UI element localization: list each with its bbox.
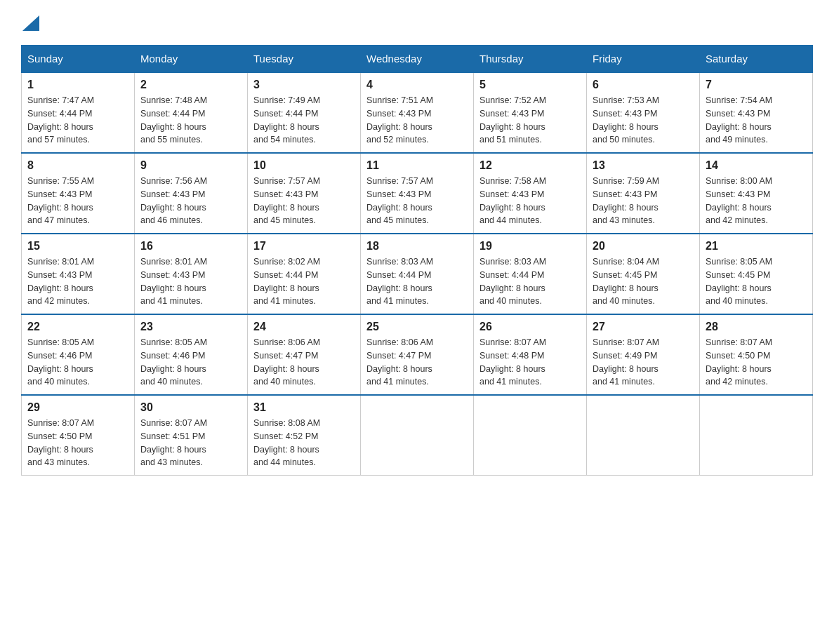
logo-triangle-icon [22,15,39,31]
day-info: Sunrise: 8:07 AM Sunset: 4:50 PM Dayligh… [27,417,128,469]
day-info: Sunrise: 7:55 AM Sunset: 4:43 PM Dayligh… [27,175,128,227]
day-number: 15 [27,240,128,253]
day-of-week-header: Monday [135,46,248,73]
day-info: Sunrise: 7:56 AM Sunset: 4:43 PM Dayligh… [140,175,241,227]
calendar-cell: 14 Sunrise: 8:00 AM Sunset: 4:43 PM Dayl… [700,153,813,234]
day-number: 18 [366,240,468,253]
calendar-cell: 23 Sunrise: 8:05 AM Sunset: 4:46 PM Dayl… [135,314,248,395]
calendar-cell: 26 Sunrise: 8:07 AM Sunset: 4:48 PM Dayl… [474,314,587,395]
calendar-cell: 27 Sunrise: 8:07 AM Sunset: 4:49 PM Dayl… [587,314,700,395]
calendar-cell: 3 Sunrise: 7:49 AM Sunset: 4:44 PM Dayli… [248,72,361,153]
day-info: Sunrise: 7:49 AM Sunset: 4:44 PM Dayligh… [253,94,355,147]
calendar-cell: 29 Sunrise: 8:07 AM Sunset: 4:50 PM Dayl… [22,395,135,476]
calendar-cell: 2 Sunrise: 7:48 AM Sunset: 4:44 PM Dayli… [135,72,248,153]
calendar-cell: 17 Sunrise: 8:02 AM Sunset: 4:44 PM Dayl… [248,234,361,314]
calendar-cell [587,395,700,476]
day-info: Sunrise: 8:03 AM Sunset: 4:44 PM Dayligh… [479,255,581,308]
day-info: Sunrise: 7:47 AM Sunset: 4:44 PM Dayligh… [27,94,128,147]
day-info: Sunrise: 7:58 AM Sunset: 4:43 PM Dayligh… [479,175,581,227]
day-of-week-header: Saturday [700,46,813,73]
day-number: 28 [706,321,807,333]
day-number: 24 [253,321,355,333]
calendar-cell: 8 Sunrise: 7:55 AM Sunset: 4:43 PM Dayli… [22,153,135,234]
day-number: 30 [140,401,241,414]
day-of-week-header: Tuesday [248,46,361,73]
day-info: Sunrise: 7:48 AM Sunset: 4:44 PM Dayligh… [140,94,241,147]
calendar-cell: 5 Sunrise: 7:52 AM Sunset: 4:43 PM Dayli… [474,72,587,153]
day-number: 9 [140,159,241,172]
day-number: 12 [479,159,581,172]
day-number: 10 [253,159,355,172]
day-info: Sunrise: 8:07 AM Sunset: 4:50 PM Dayligh… [706,336,807,389]
day-info: Sunrise: 7:51 AM Sunset: 4:43 PM Dayligh… [366,94,468,147]
calendar-cell: 25 Sunrise: 8:06 AM Sunset: 4:47 PM Dayl… [361,314,474,395]
calendar-cell: 9 Sunrise: 7:56 AM Sunset: 4:43 PM Dayli… [135,153,248,234]
day-number: 31 [253,401,355,414]
day-info: Sunrise: 8:05 AM Sunset: 4:45 PM Dayligh… [706,255,807,308]
day-of-week-header: Sunday [22,46,135,73]
day-info: Sunrise: 8:03 AM Sunset: 4:44 PM Dayligh… [366,255,468,308]
day-info: Sunrise: 8:07 AM Sunset: 4:48 PM Dayligh… [479,336,581,389]
day-info: Sunrise: 7:52 AM Sunset: 4:43 PM Dayligh… [479,94,581,147]
day-info: Sunrise: 8:08 AM Sunset: 4:52 PM Dayligh… [253,417,355,469]
calendar-cell [361,395,474,476]
day-number: 8 [27,159,128,172]
day-number: 13 [593,159,694,172]
calendar-cell: 1 Sunrise: 7:47 AM Sunset: 4:44 PM Dayli… [22,72,135,153]
calendar-cell: 7 Sunrise: 7:54 AM Sunset: 4:43 PM Dayli… [700,72,813,153]
calendar-cell: 31 Sunrise: 8:08 AM Sunset: 4:52 PM Dayl… [248,395,361,476]
day-number: 20 [593,240,694,253]
page-header [21,14,813,31]
calendar-cell [700,395,813,476]
day-info: Sunrise: 7:57 AM Sunset: 4:43 PM Dayligh… [366,175,468,227]
day-number: 22 [27,321,128,333]
day-info: Sunrise: 8:01 AM Sunset: 4:43 PM Dayligh… [140,255,241,308]
day-info: Sunrise: 8:04 AM Sunset: 4:45 PM Dayligh… [593,255,694,308]
day-number: 6 [593,79,694,91]
logo-text [21,14,41,31]
calendar-header-row: SundayMondayTuesdayWednesdayThursdayFrid… [22,46,813,73]
day-number: 16 [140,240,241,253]
calendar-week-row: 8 Sunrise: 7:55 AM Sunset: 4:43 PM Dayli… [22,153,813,234]
day-number: 11 [366,159,468,172]
day-info: Sunrise: 8:07 AM Sunset: 4:51 PM Dayligh… [140,417,241,469]
calendar-cell: 16 Sunrise: 8:01 AM Sunset: 4:43 PM Dayl… [135,234,248,314]
day-info: Sunrise: 7:53 AM Sunset: 4:43 PM Dayligh… [593,94,694,147]
calendar-cell: 22 Sunrise: 8:05 AM Sunset: 4:46 PM Dayl… [22,314,135,395]
svg-marker-0 [22,15,39,31]
day-number: 7 [706,79,807,91]
day-number: 19 [479,240,581,253]
day-info: Sunrise: 8:06 AM Sunset: 4:47 PM Dayligh… [253,336,355,389]
day-info: Sunrise: 7:59 AM Sunset: 4:43 PM Dayligh… [593,175,694,227]
calendar-cell: 10 Sunrise: 7:57 AM Sunset: 4:43 PM Dayl… [248,153,361,234]
day-number: 26 [479,321,581,333]
day-info: Sunrise: 8:00 AM Sunset: 4:43 PM Dayligh… [706,175,807,227]
day-number: 3 [253,79,355,91]
calendar-cell: 20 Sunrise: 8:04 AM Sunset: 4:45 PM Dayl… [587,234,700,314]
day-number: 21 [706,240,807,253]
calendar-cell: 4 Sunrise: 7:51 AM Sunset: 4:43 PM Dayli… [361,72,474,153]
calendar-cell: 21 Sunrise: 8:05 AM Sunset: 4:45 PM Dayl… [700,234,813,314]
day-number: 5 [479,79,581,91]
logo [21,14,41,31]
calendar-cell [474,395,587,476]
day-info: Sunrise: 7:57 AM Sunset: 4:43 PM Dayligh… [253,175,355,227]
day-number: 4 [366,79,468,91]
calendar-week-row: 29 Sunrise: 8:07 AM Sunset: 4:50 PM Dayl… [22,395,813,476]
calendar-cell: 12 Sunrise: 7:58 AM Sunset: 4:43 PM Dayl… [474,153,587,234]
calendar-week-row: 22 Sunrise: 8:05 AM Sunset: 4:46 PM Dayl… [22,314,813,395]
day-of-week-header: Friday [587,46,700,73]
calendar-cell: 30 Sunrise: 8:07 AM Sunset: 4:51 PM Dayl… [135,395,248,476]
calendar-cell: 6 Sunrise: 7:53 AM Sunset: 4:43 PM Dayli… [587,72,700,153]
calendar-cell: 28 Sunrise: 8:07 AM Sunset: 4:50 PM Dayl… [700,314,813,395]
day-info: Sunrise: 8:07 AM Sunset: 4:49 PM Dayligh… [593,336,694,389]
calendar-cell: 18 Sunrise: 8:03 AM Sunset: 4:44 PM Dayl… [361,234,474,314]
day-info: Sunrise: 8:06 AM Sunset: 4:47 PM Dayligh… [366,336,468,389]
day-number: 17 [253,240,355,253]
day-info: Sunrise: 8:01 AM Sunset: 4:43 PM Dayligh… [27,255,128,308]
calendar-table: SundayMondayTuesdayWednesdayThursdayFrid… [21,45,813,476]
day-of-week-header: Wednesday [361,46,474,73]
calendar-week-row: 1 Sunrise: 7:47 AM Sunset: 4:44 PM Dayli… [22,72,813,153]
day-info: Sunrise: 8:05 AM Sunset: 4:46 PM Dayligh… [27,336,128,389]
calendar-week-row: 15 Sunrise: 8:01 AM Sunset: 4:43 PM Dayl… [22,234,813,314]
